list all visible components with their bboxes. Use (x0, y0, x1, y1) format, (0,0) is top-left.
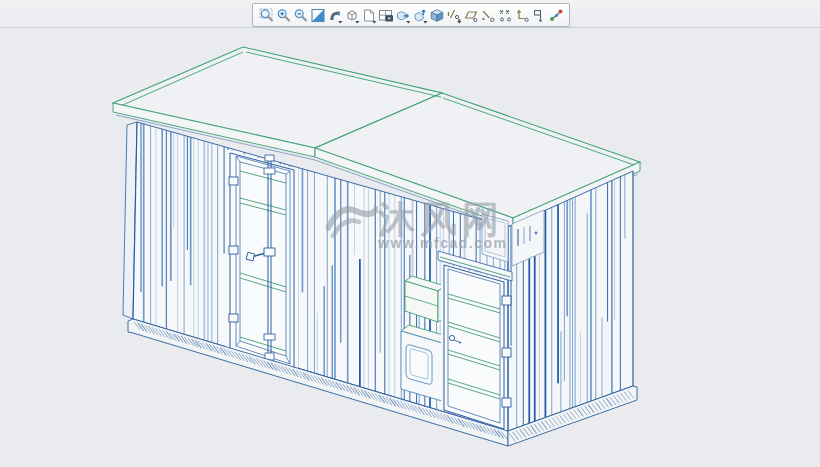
viewport-camera-icon (378, 7, 394, 24)
zoom-in-button[interactable] (275, 6, 292, 25)
measure-slope-button[interactable] (479, 6, 496, 25)
section-view-y-icon (412, 7, 428, 24)
named-view-icon (361, 7, 377, 24)
orbit-view-cube-icon (344, 7, 360, 24)
measure-points-button[interactable] (496, 6, 513, 25)
section-view-x-icon (395, 7, 411, 24)
section-view-x-button[interactable] (394, 6, 411, 25)
measure-ratio-icon (446, 7, 462, 24)
measure-ratio-button[interactable] (445, 6, 462, 25)
drawing-canvas[interactable] (0, 0, 820, 467)
measure-points-icon (497, 7, 513, 24)
zoom-window-button[interactable] (258, 6, 275, 25)
container-door (225, 149, 298, 374)
measure-height-button[interactable] (513, 6, 530, 25)
relations-nodes-button[interactable] (547, 6, 564, 25)
measure-mark-button[interactable] (530, 6, 547, 25)
viewport-camera-button[interactable] (377, 6, 394, 25)
pan-rotate-button[interactable] (326, 6, 343, 25)
vent-panel (482, 214, 508, 262)
cad-application-window: 沐风网 www.mfcad.com (0, 0, 820, 467)
measure-slope-icon (480, 7, 496, 24)
measure-mark-icon (531, 7, 547, 24)
display-style-shaded-icon (429, 7, 445, 24)
orbit-view-cube-button[interactable] (343, 6, 360, 25)
zoom-window-icon (259, 7, 275, 24)
named-view-button[interactable] (360, 6, 377, 25)
view-toolbar (252, 3, 570, 27)
measure-height-icon (514, 7, 530, 24)
display-style-shaded-button[interactable] (428, 6, 445, 25)
zoom-fit-button[interactable] (309, 6, 326, 25)
zoom-fit-icon (310, 7, 326, 24)
zoom-out-icon (293, 7, 309, 24)
measure-area-button[interactable] (462, 6, 479, 25)
zoom-in-icon (276, 7, 292, 24)
section-view-y-button[interactable] (411, 6, 428, 25)
measure-area-icon (463, 7, 479, 24)
personnel-door (438, 251, 512, 431)
relations-nodes-icon (548, 7, 564, 24)
pan-rotate-icon (327, 7, 343, 24)
zoom-out-button[interactable] (292, 6, 309, 25)
